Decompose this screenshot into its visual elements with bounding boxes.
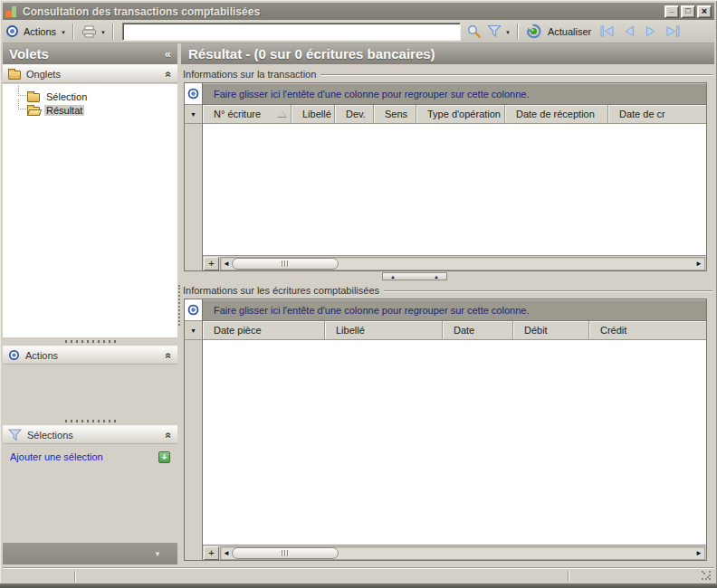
transactions-legend-row: Informations sur la transaction (183, 68, 712, 81)
ecritures-grid-body[interactable] (203, 340, 706, 545)
minimize-button[interactable]: _ (664, 5, 679, 18)
grid-corner-cell[interactable] (185, 299, 202, 321)
actions-menu-label[interactable]: Actions (24, 26, 56, 37)
collapse-sidebar-icon[interactable]: « (165, 47, 171, 61)
add-selection-link[interactable]: Ajouter une sélection (10, 451, 103, 462)
grid-scroll-row: + ◄ ► (203, 255, 706, 270)
column-label: Sens (385, 109, 407, 119)
statusbar-divider (568, 571, 569, 582)
close-button[interactable]: × (697, 5, 712, 18)
new-row-button[interactable]: + (204, 546, 219, 560)
column-label: Libellé (336, 325, 365, 336)
resize-grip[interactable] (702, 571, 712, 581)
search-input[interactable] (122, 23, 461, 41)
ecritures-legend: Informations sur les écritures comptabil… (183, 285, 379, 296)
section-onglets-label: Onglets (26, 69, 61, 80)
column-label: Type d'opération (427, 109, 501, 119)
column-header-date-reception[interactable]: Date de réception (505, 105, 608, 123)
scrollbar-thumb[interactable] (232, 547, 339, 559)
filter-dropdown-icon[interactable]: ▼ (505, 30, 511, 35)
window-bottom-border (0, 583, 717, 588)
column-header-libelle[interactable]: Libellé (292, 105, 335, 123)
tree-item-resultat[interactable]: Résultat (3, 103, 177, 117)
groupby-bar[interactable]: Faire glisser ici l'entête d'une colonne… (203, 299, 706, 321)
actions-target-icon (9, 350, 19, 360)
print-dropdown-icon[interactable]: ▼ (100, 30, 106, 35)
horizontal-scrollbar[interactable]: ◄ ► (220, 546, 705, 560)
print-button[interactable] (79, 24, 100, 39)
groupby-bar[interactable]: Faire glisser ici l'entête d'une colonne… (203, 83, 706, 105)
scroll-left-icon[interactable]: ◄ (221, 260, 232, 268)
section-onglets-header[interactable]: Onglets « (3, 64, 177, 83)
footer-collapse-icon[interactable]: ▼ (154, 550, 161, 558)
grid-corner-cell[interactable] (185, 83, 202, 105)
collapse-section-icon[interactable]: « (163, 71, 176, 77)
section-selections-header[interactable]: Sélections « (3, 425, 177, 444)
refresh-button[interactable] (523, 23, 544, 40)
column-header-dev[interactable]: Dev. (335, 105, 374, 123)
app-icon (5, 6, 17, 17)
next-record-button[interactable] (640, 24, 662, 40)
tree-item-label[interactable]: Résultat (44, 105, 84, 116)
last-record-button[interactable] (662, 24, 684, 40)
column-header-num-ecriture[interactable]: N° écriture (203, 105, 292, 123)
title-bar[interactable]: Consultation des transactions comptabili… (3, 3, 714, 20)
column-label: N° écriture (214, 109, 261, 119)
scroll-left-icon[interactable]: ◄ (221, 549, 232, 557)
column-header-date-creation[interactable]: Date de cr (608, 105, 706, 123)
section-actions-header[interactable]: Actions « (3, 346, 177, 365)
scroll-right-icon[interactable]: ► (693, 260, 704, 268)
column-header-date-piece[interactable]: Date pièce (203, 321, 325, 339)
column-label: Dev. (346, 109, 366, 119)
splitter-up-icon: ▲ (434, 274, 439, 280)
column-header-type-operation[interactable]: Type d'opération (416, 105, 505, 123)
panel-splitter[interactable]: ▲ ▲ (181, 271, 714, 280)
transactions-grid-body[interactable] (203, 124, 706, 255)
column-header-date[interactable]: Date (443, 321, 513, 339)
collapse-section-icon[interactable]: « (163, 352, 176, 358)
ecritures-grid: ▼ Faire glisser ici l'entête d'une colon… (184, 299, 707, 561)
new-row-button[interactable]: + (204, 257, 219, 270)
first-record-button[interactable] (597, 24, 618, 40)
legend-line (384, 290, 712, 292)
maximize-button[interactable]: □ (681, 5, 695, 18)
row-marker-icon: ▼ (190, 327, 196, 334)
sidebar-splitter[interactable] (3, 337, 177, 346)
onglets-tree: Sélection Résultat (3, 84, 177, 337)
horizontal-scrollbar[interactable]: ◄ ► (220, 257, 705, 270)
toolbar: Actions ▼ ▼ (3, 20, 714, 43)
collapse-section-icon[interactable]: « (163, 432, 176, 438)
grid-left-strip: ▼ (185, 299, 203, 560)
sort-ascending-icon[interactable] (277, 111, 286, 117)
status-bar (3, 567, 714, 583)
column-header-sens[interactable]: Sens (374, 105, 416, 123)
actions-dropdown-icon[interactable]: ▼ (61, 30, 66, 35)
column-header-libelle[interactable]: Libellé (325, 321, 443, 339)
tree-item-selection[interactable]: Sélection (3, 90, 177, 103)
column-header-credit[interactable]: Crédit (589, 321, 706, 339)
column-header-row: N° écriture Libellé Dev. Sens Type d'opé… (203, 105, 706, 124)
sidebar-footer-bar[interactable]: ▼ (3, 543, 177, 564)
transactions-legend: Informations sur la transaction (183, 69, 316, 80)
tree-connector (18, 100, 26, 109)
previous-record-button[interactable] (618, 24, 640, 40)
refresh-label[interactable]: Actualiser (548, 26, 591, 37)
add-selection-plus-icon[interactable]: + (158, 451, 170, 463)
tree-item-label[interactable]: Sélection (44, 91, 89, 102)
section-actions-label: Actions (25, 350, 58, 361)
row-marker-cell: ▼ (185, 105, 202, 124)
window-title: Consultation des transactions comptabili… (23, 5, 663, 18)
search-button[interactable] (464, 24, 484, 40)
column-header-debit[interactable]: Débit (513, 321, 589, 339)
splitter-collapse-handle[interactable]: ▲ ▲ (382, 272, 447, 280)
scroll-right-icon[interactable]: ► (693, 549, 704, 557)
scrollbar-thumb[interactable] (232, 258, 339, 270)
column-label: Date pièce (214, 325, 262, 336)
selections-funnel-icon (8, 429, 22, 441)
transactions-grid: ▼ Faire glisser ici l'entête d'une colon… (184, 82, 707, 271)
column-label: Libellé (302, 109, 331, 119)
result-header-label: Résultat - (0 sur 0 écritures bancaires) (188, 46, 435, 62)
sidebar-splitter[interactable] (3, 417, 177, 425)
sidebar-header: Volets « (3, 43, 177, 64)
filter-button[interactable] (484, 24, 504, 39)
